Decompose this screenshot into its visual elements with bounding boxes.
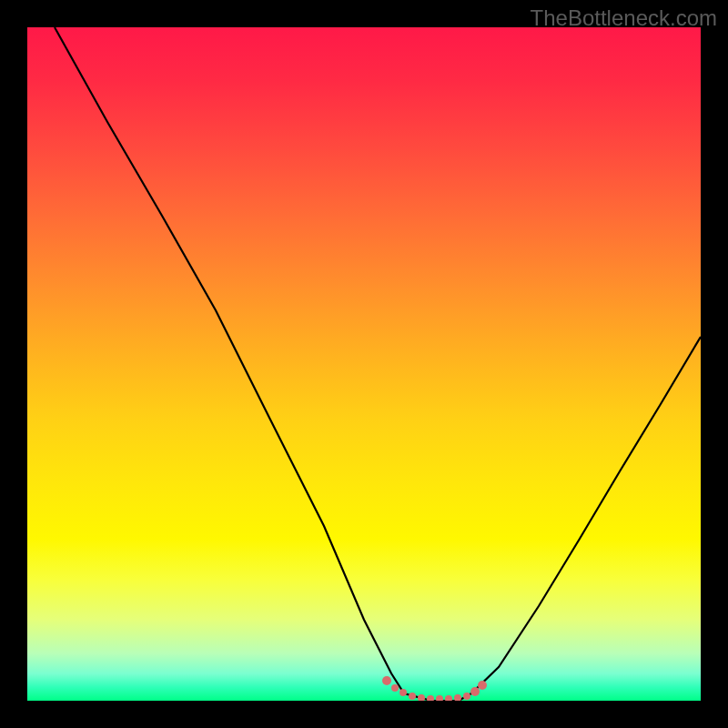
- svg-point-2: [399, 689, 407, 696]
- optimal-highlight-band: [382, 676, 487, 701]
- svg-point-1: [391, 684, 399, 692]
- svg-point-8: [454, 694, 461, 701]
- svg-point-5: [427, 695, 434, 701]
- svg-point-9: [463, 693, 470, 700]
- svg-point-10: [470, 687, 480, 696]
- svg-point-7: [445, 695, 452, 701]
- svg-point-0: [382, 676, 391, 685]
- svg-point-6: [436, 695, 443, 701]
- attribution-label: TheBottleneck.com: [531, 5, 717, 31]
- svg-point-4: [418, 694, 425, 701]
- chart-plot-area: [27, 27, 701, 701]
- chart-curve-layer: [27, 27, 701, 701]
- svg-point-11: [478, 681, 487, 690]
- svg-point-3: [409, 693, 416, 700]
- bottleneck-curve: [55, 27, 701, 701]
